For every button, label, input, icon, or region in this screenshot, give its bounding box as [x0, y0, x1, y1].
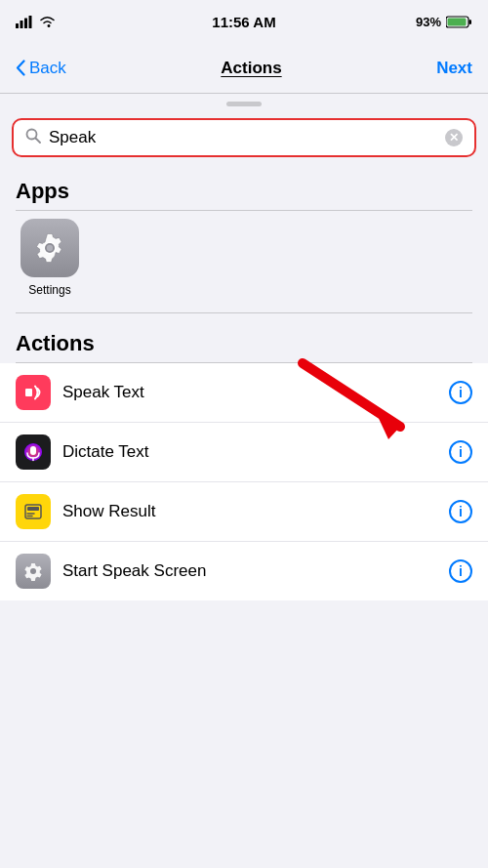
- start-speak-screen-label: Start Speak Screen: [62, 561, 437, 581]
- search-container: Speak ✕: [0, 110, 488, 165]
- dictate-text-info-button[interactable]: i: [449, 440, 472, 464]
- status-time: 11:56 AM: [94, 14, 394, 30]
- dictate-text-icon: [16, 434, 51, 470]
- settings-app-icon: [20, 219, 79, 277]
- status-left: [16, 16, 94, 28]
- battery-icon: [446, 16, 472, 28]
- show-result-label: Show Result: [62, 502, 437, 521]
- settings-app-label: Settings: [28, 283, 70, 297]
- app-settings[interactable]: Settings: [16, 219, 84, 297]
- status-bar: 11:56 AM 93%: [0, 0, 488, 43]
- speak-text-label: Speak Text: [62, 383, 437, 402]
- search-clear-button[interactable]: ✕: [445, 129, 463, 146]
- apps-grid: Settings: [0, 211, 488, 312]
- list-item[interactable]: Start Speak Screen i: [0, 542, 488, 600]
- nav-bar: Back Actions Next: [0, 43, 488, 94]
- svg-point-10: [47, 245, 53, 251]
- chevron-left-icon: [16, 60, 25, 76]
- search-bar[interactable]: Speak ✕: [12, 118, 476, 157]
- svg-rect-0: [16, 23, 19, 28]
- start-speak-screen-icon: [16, 554, 51, 589]
- svg-line-8: [36, 139, 41, 144]
- svg-rect-3: [29, 16, 32, 28]
- actions-list: Speak Text i: [0, 363, 488, 600]
- sheet-handle-bar: [226, 102, 262, 106]
- search-value: Speak: [49, 128, 437, 147]
- next-button[interactable]: Next: [436, 59, 472, 78]
- apps-divider-bottom: [16, 312, 472, 313]
- list-item[interactable]: Show Result i: [0, 482, 488, 542]
- actions-section: Actions Speak Text i: [0, 317, 488, 600]
- svg-rect-5: [469, 20, 472, 24]
- speak-text-info-button[interactable]: i: [449, 381, 472, 404]
- speak-text-icon: [16, 375, 51, 410]
- list-item[interactable]: Speak Text i: [0, 363, 488, 423]
- status-right: 93%: [394, 15, 472, 29]
- show-result-icon: [16, 494, 51, 529]
- back-button[interactable]: Back: [16, 59, 66, 78]
- dictate-text-label: Dictate Text: [62, 442, 437, 462]
- start-speak-screen-info-button[interactable]: i: [449, 559, 472, 583]
- svg-rect-13: [25, 389, 32, 396]
- nav-title: Actions: [221, 59, 281, 78]
- sheet-handle: [0, 94, 488, 110]
- svg-rect-15: [30, 446, 36, 455]
- svg-rect-6: [448, 18, 467, 25]
- list-item[interactable]: Dictate Text i: [0, 423, 488, 482]
- actions-section-header: Actions: [0, 317, 488, 362]
- search-icon: [25, 128, 41, 147]
- signal-icon: [16, 16, 33, 28]
- svg-rect-2: [24, 18, 27, 28]
- svg-point-21: [30, 568, 36, 574]
- wifi-icon: [39, 16, 56, 28]
- show-result-info-button[interactable]: i: [449, 500, 472, 523]
- svg-rect-18: [27, 507, 39, 511]
- battery-percent: 93%: [416, 15, 441, 29]
- apps-section-header: Apps: [0, 165, 488, 210]
- svg-rect-1: [20, 21, 23, 28]
- back-label: Back: [29, 59, 66, 78]
